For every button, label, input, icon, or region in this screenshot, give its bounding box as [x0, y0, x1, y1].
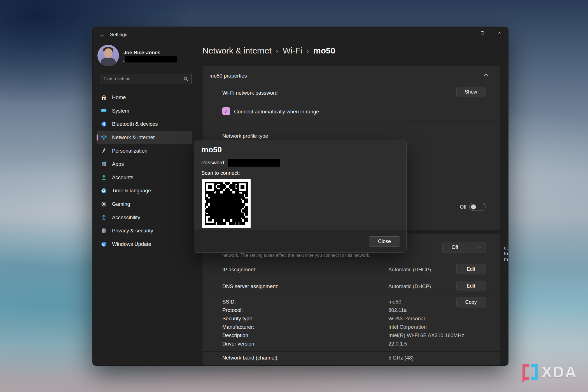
xda-watermark: XDA	[522, 363, 577, 381]
chevron-right-icon: ›	[307, 48, 309, 55]
bluetooth-icon	[101, 121, 107, 127]
edit-dns-button[interactable]: Edit	[456, 281, 486, 291]
system-icon	[101, 108, 107, 114]
show-password-button[interactable]: Show	[456, 87, 486, 97]
clipped-row-label: Link speed (Receive/Transmit):	[222, 364, 294, 366]
wifi-password-dialog: mo50 Password: Scan to connect: Close	[194, 141, 407, 253]
scan-to-connect-label: Scan to connect:	[201, 170, 240, 176]
detail-label: Description:	[222, 332, 250, 339]
avatar	[97, 45, 119, 66]
off-toggle[interactable]	[469, 203, 486, 211]
detail-value: Intel Corporation	[388, 324, 427, 330]
sidebar-item-label: System	[112, 108, 129, 114]
user-email: j	[123, 56, 177, 62]
breadcrumb: Network & internet › Wi-Fi › mo50	[202, 46, 335, 55]
off-dropdown[interactable]: Off	[442, 242, 486, 253]
dialog-title: mo50	[201, 145, 222, 154]
detail-label: SSID:	[222, 299, 236, 305]
sidebar-item-gaming[interactable]: Gaming	[97, 198, 192, 211]
sidebar-item-bluetooth[interactable]: Bluetooth & devices	[97, 118, 192, 130]
xda-left-bracket-icon	[522, 364, 529, 380]
sidebar-item-home[interactable]: Home	[97, 91, 192, 104]
network-band-label: Network band (channel):	[222, 355, 279, 361]
apps-icon	[101, 161, 107, 167]
home-icon	[101, 94, 107, 101]
toggle-state-label: Off	[460, 204, 466, 210]
dialog-footer: Close	[194, 230, 406, 252]
expander-header[interactable]: mo50 properties	[209, 73, 247, 79]
sidebar-item-apps[interactable]: Apps	[97, 158, 192, 171]
sidebar-item-privacy-security[interactable]: Privacy & security	[97, 224, 192, 237]
auto-connect-checkbox[interactable]	[222, 107, 230, 115]
edit-ip-button[interactable]: Edit	[456, 264, 486, 274]
sidebar-item-personalization[interactable]: Personalization	[97, 144, 192, 157]
qr-redaction-block	[210, 193, 241, 219]
wifi-password-label: Wi-Fi network password	[222, 90, 277, 96]
connection-settings-card: ct to this Off network. The setting take…	[202, 234, 500, 366]
detail-value: mo50	[388, 299, 401, 305]
sidebar-item-network-internet[interactable]: Network & internet	[97, 131, 192, 144]
breadcrumb-network-internet[interactable]: Network & internet	[202, 46, 272, 55]
detail-value: Intel(R) Wi-Fi 6E AX210 160MHz	[388, 332, 464, 339]
sidebar-item-label: Personalization	[112, 148, 148, 154]
close-button[interactable]: Close	[369, 236, 400, 247]
paintbrush-icon	[101, 148, 107, 154]
detail-label: Manufacturer:	[222, 324, 254, 330]
clock-icon	[101, 187, 107, 194]
search-input[interactable]	[104, 76, 184, 81]
chevron-down-icon	[478, 245, 481, 248]
accessibility-person-icon	[101, 214, 107, 221]
search-icon	[184, 77, 188, 81]
maximize-button[interactable]	[473, 27, 491, 39]
dropdown-caption: network. The setting takes effect the ne…	[222, 253, 441, 258]
dropdown-value: Off	[452, 244, 458, 250]
shield-icon	[101, 227, 107, 234]
sidebar-item-label: Time & language	[112, 188, 151, 194]
chevron-right-icon: ›	[276, 48, 278, 55]
xda-right-bracket-icon	[531, 364, 538, 380]
sidebar-item-accounts[interactable]: Accounts	[97, 171, 192, 184]
ip-assignment-value: Automatic (DHCP)	[388, 267, 431, 273]
detail-label: Security type:	[222, 316, 254, 322]
sidebar-item-label: Windows Update	[112, 241, 151, 247]
wifi-icon	[101, 134, 107, 141]
minimize-button[interactable]: –	[456, 27, 473, 39]
window-controls: – ×	[456, 27, 508, 39]
close-window-button[interactable]: ×	[491, 27, 508, 39]
detail-value: 802.11a	[388, 307, 407, 313]
sidebar-item-label: Apps	[112, 161, 124, 167]
copy-button[interactable]: Copy	[456, 297, 486, 307]
network-profile-type-label: Network profile type	[222, 133, 268, 139]
app-title: Settings	[110, 32, 127, 38]
sidebar-item-label: Privacy & security	[112, 228, 153, 234]
dns-assignment-label: DNS server assignment:	[222, 283, 278, 290]
update-icon	[101, 241, 107, 248]
qr-code	[202, 179, 251, 228]
back-button[interactable]	[97, 30, 108, 40]
email-redaction-bar	[125, 56, 177, 62]
connect-to-this-fragment: ct to this	[504, 245, 508, 263]
dns-assignment-value: Automatic (DHCP)	[388, 283, 431, 290]
sidebar-item-label: Accounts	[112, 174, 133, 181]
sidebar-item-accessibility[interactable]: Accessibility	[97, 211, 192, 224]
xda-logo-text: XDA	[542, 363, 577, 381]
sidebar-item-label: Gaming	[112, 201, 130, 207]
sidebar-item-system[interactable]: System	[97, 104, 192, 117]
sidebar-item-label: Bluetooth & devices	[112, 121, 158, 127]
detail-value: 22.0.1.5	[388, 341, 407, 347]
detail-label: Driver version:	[222, 341, 256, 347]
ip-assignment-label: IP assignment:	[222, 267, 256, 273]
sidebar-item-windows-update[interactable]: Windows Update	[97, 238, 192, 251]
user-name: Joe Rice-Jones	[123, 50, 160, 56]
password-redaction-bar	[228, 159, 280, 167]
chevron-up-icon[interactable]	[484, 74, 489, 78]
sidebar-item-time-language[interactable]: Time & language	[97, 184, 192, 197]
dialog-password-row: Password:	[201, 159, 280, 167]
password-label: Password:	[201, 160, 225, 166]
xbox-icon	[101, 201, 107, 207]
detail-value: WPA3-Personal	[388, 316, 425, 322]
sidebar-item-label: Network & internet	[112, 134, 155, 141]
search-box[interactable]	[100, 74, 192, 84]
breadcrumb-wifi[interactable]: Wi-Fi	[283, 46, 302, 55]
network-band-value: 5 GHz (48)	[388, 355, 414, 361]
